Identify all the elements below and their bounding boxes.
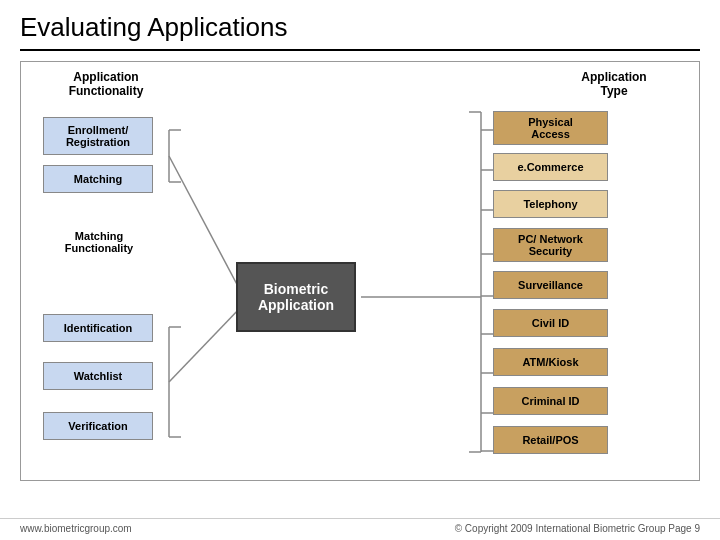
footer-left: www.biometricgroup.com bbox=[20, 523, 132, 534]
left-col-header: ApplicationFunctionality bbox=[51, 70, 161, 98]
atm-kiosk-box: ATM/Kiosk bbox=[493, 348, 608, 376]
right-col-header: ApplicationType bbox=[559, 70, 669, 98]
telephony-box: Telephony bbox=[493, 190, 608, 218]
page-title: Evaluating Applications bbox=[0, 0, 720, 49]
title-divider bbox=[20, 49, 700, 51]
matching-box: Matching bbox=[43, 165, 153, 193]
biometric-application-box: BiometricApplication bbox=[236, 262, 356, 332]
ecommerce-box: e.Commerce bbox=[493, 153, 608, 181]
identification-box: Identification bbox=[43, 314, 153, 342]
footer: www.biometricgroup.com © Copyright 2009 … bbox=[0, 518, 720, 534]
surveillance-box: Surveillance bbox=[493, 271, 608, 299]
footer-right: © Copyright 2009 International Biometric… bbox=[455, 523, 700, 534]
civil-id-box: Civil ID bbox=[493, 309, 608, 337]
diagram-area: ApplicationFunctionality ApplicationType… bbox=[20, 61, 700, 481]
watchlist-box: Watchlist bbox=[43, 362, 153, 390]
retail-pos-box: Retail/POS bbox=[493, 426, 608, 454]
svg-line-7 bbox=[169, 307, 241, 382]
verification-box: Verification bbox=[43, 412, 153, 440]
matching-func-label: MatchingFunctionality bbox=[49, 230, 149, 254]
svg-line-3 bbox=[169, 156, 241, 292]
physical-access-box: PhysicalAccess bbox=[493, 111, 608, 145]
pc-network-box: PC/ NetworkSecurity bbox=[493, 228, 608, 262]
criminal-id-box: Criminal ID bbox=[493, 387, 608, 415]
enrollment-box: Enrollment/Registration bbox=[43, 117, 153, 155]
